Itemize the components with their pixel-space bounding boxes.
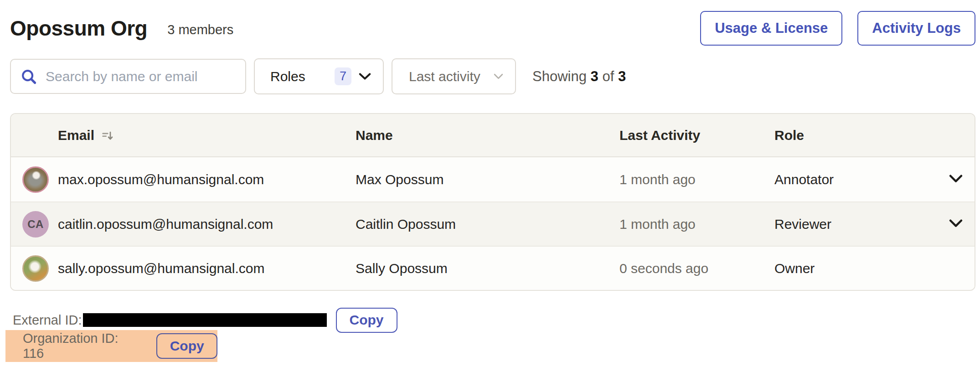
column-header-email: Email (11, 128, 356, 143)
role-menu-toggle[interactable] (934, 175, 975, 185)
last-activity-filter-dropdown[interactable]: Last activity (392, 58, 516, 94)
member-email: sally.opossum@humansignal.com (58, 261, 264, 276)
organization-page: Opossum Org 3 members Usage & License Ac… (0, 0, 980, 372)
table-row-sally[interactable]: sally.opossum@humansignal.com Sally Opos… (11, 246, 975, 290)
page-title: Opossum Org (10, 16, 147, 41)
roles-count-badge: 7 (335, 67, 351, 85)
chevron-down-icon (359, 72, 371, 80)
sort-descending-icon[interactable] (101, 129, 113, 142)
external-id-redacted-value (83, 313, 327, 327)
avatar: CA (22, 211, 49, 238)
member-role: Reviewer (774, 217, 934, 232)
email-cell: sally.opossum@humansignal.com (11, 255, 356, 282)
chevron-down-icon (949, 219, 963, 229)
showing-of: of (602, 68, 614, 84)
showing-total: 3 (618, 68, 626, 84)
member-role: Annotator (774, 172, 934, 187)
usage-license-button[interactable]: Usage & License (700, 11, 842, 46)
column-header-name: Name (356, 128, 619, 143)
table-row-max[interactable]: max.opossum@humansignal.com Max Opossum … (11, 157, 975, 202)
table-header-row: Email Name Last Activity Role (11, 114, 975, 157)
chevron-down-icon (494, 73, 503, 79)
member-name: Max Opossum (356, 172, 619, 187)
member-role: Owner (774, 261, 934, 276)
member-last-activity: 0 seconds ago (619, 261, 774, 276)
showing-prefix: Showing (532, 68, 587, 84)
search-input[interactable] (46, 69, 237, 84)
copy-organization-id-button[interactable]: Copy (156, 333, 217, 359)
column-header-role: Role (774, 128, 934, 143)
member-last-activity: 1 month ago (619, 217, 774, 232)
members-count: 3 members (167, 22, 233, 37)
organization-id-highlight: Organization ID: 116 Copy (5, 330, 217, 362)
last-activity-filter-label: Last activity (409, 69, 480, 84)
organization-id-label: Organization ID: 116 (23, 331, 143, 361)
roles-filter-label: Roles (270, 69, 305, 84)
member-email: caitlin.opossum@humansignal.com (58, 217, 273, 232)
column-header-last-activity: Last Activity (619, 128, 774, 143)
showing-count: 3 (591, 68, 598, 84)
member-last-activity: 1 month ago (619, 172, 774, 187)
member-name: Sally Opossum (356, 261, 619, 276)
email-cell: max.opossum@humansignal.com (11, 166, 356, 193)
search-icon (20, 68, 37, 85)
copy-external-id-button[interactable]: Copy (336, 308, 397, 333)
page-header: Opossum Org 3 members Usage & License Ac… (10, 0, 975, 46)
org-info-footer: External ID: Copy Organization ID: 116 C… (10, 291, 975, 371)
members-table: Email Name Last Activity Role max.op (10, 113, 975, 291)
showing-summary: Showing 3 of 3 (532, 68, 626, 85)
external-id-label: External ID: (13, 313, 82, 328)
roles-filter-dropdown[interactable]: Roles 7 (254, 58, 384, 94)
chevron-down-icon (949, 175, 963, 185)
member-email: max.opossum@humansignal.com (58, 172, 264, 187)
filters-toolbar: Roles 7 Last activity Showing 3 of 3 (10, 58, 975, 94)
email-column-label: Email (58, 128, 94, 143)
table-row-caitlin[interactable]: CA caitlin.opossum@humansignal.com Caitl… (11, 202, 975, 246)
avatar (22, 166, 49, 193)
role-menu-toggle[interactable] (934, 219, 975, 229)
external-id-row: External ID: Copy (13, 307, 397, 333)
avatar (22, 255, 49, 282)
search-box[interactable] (10, 59, 246, 94)
activity-logs-button[interactable]: Activity Logs (857, 11, 975, 46)
email-cell: CA caitlin.opossum@humansignal.com (11, 211, 356, 238)
member-name: Caitlin Opossum (356, 217, 619, 232)
